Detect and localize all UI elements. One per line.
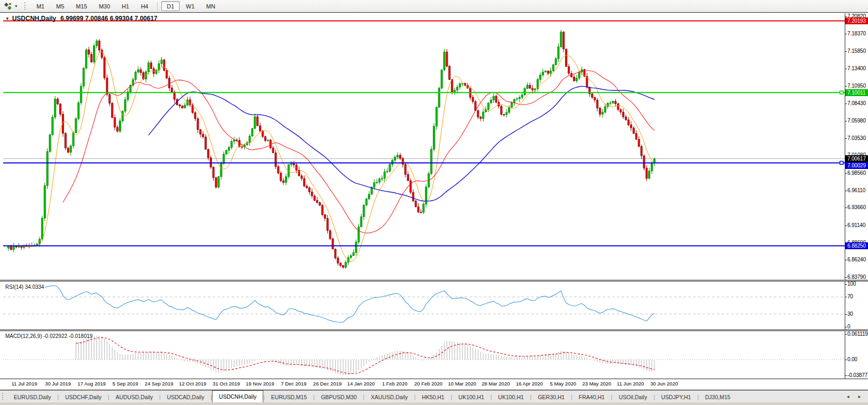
- ma-slow-line: [149, 86, 654, 201]
- axis-tick-mark: [845, 375, 847, 376]
- axis-tick-mark: [845, 103, 847, 104]
- axis-tick-mark: [845, 191, 847, 191]
- tab-usdcad-daily[interactable]: USDCAD,Daily: [161, 391, 211, 402]
- chart-window: ▼USDCNH,Daily6.99699 7.00846 6.99304 7.0…: [0, 13, 868, 390]
- time-axis-border: [0, 379, 868, 379]
- date-axis-label: 20 Feb 2020: [414, 381, 442, 387]
- axis-tick-mark: [845, 208, 847, 208]
- date-axis-label: 7 Dec 2019: [281, 381, 307, 387]
- level-handle-7.10011[interactable]: [840, 91, 843, 94]
- axis-tick-mark: [845, 360, 847, 360]
- axis-tick-mark: [845, 277, 847, 278]
- chevron-down-icon[interactable]: ▼: [13, 4, 21, 8]
- macd-label: MACD(12,26,9) -0.022922 -0.018019: [5, 333, 93, 339]
- panel-splitter[interactable]: [0, 280, 868, 281]
- toolbar-separator: [157, 2, 158, 11]
- date-axis-label: 24 Sep 2019: [145, 381, 173, 387]
- tabbar-drag-handle[interactable]: [2, 393, 4, 400]
- rsi-indicator-panel[interactable]: [3, 281, 845, 329]
- date-axis-label: 30 Jul 2019: [45, 381, 71, 387]
- tab-usdjpy-h1[interactable]: USDJPY,H1: [655, 391, 697, 402]
- price-axis-tick: 7.18370: [847, 31, 868, 37]
- date-axis-label: 14 Jan 2020: [347, 381, 375, 387]
- price-badge-7.00029: 7.00029: [845, 162, 868, 169]
- axis-tick-mark: [845, 284, 847, 285]
- date-axis-label: 11 Jul 2019: [12, 381, 37, 387]
- date-axis-label: 16 Apr 2020: [516, 381, 543, 387]
- date-axis-label: 26 Dec 2019: [313, 381, 341, 387]
- timeframe-button-w1[interactable]: W1: [181, 1, 200, 11]
- timeframe-button-mn[interactable]: MN: [201, 1, 220, 11]
- axis-tick-mark: [845, 86, 847, 87]
- panel-splitter[interactable]: [0, 329, 868, 331]
- price-badge-7.10011: 7.10011: [845, 89, 868, 96]
- chart-menu-arrow-icon[interactable]: ▼: [5, 16, 10, 21]
- timeframe-button-h4[interactable]: H4: [135, 1, 153, 11]
- chart-objects-icon-glyph: [4, 2, 12, 11]
- timeframe-button-h1[interactable]: H1: [116, 1, 134, 11]
- price-axis-tick: 7.13400: [847, 65, 868, 72]
- tab-audusd-daily[interactable]: AUDUSD,Daily: [109, 391, 160, 402]
- axis-tick-mark: [845, 69, 847, 69]
- price-axis-border: [845, 13, 845, 379]
- axis-tick-mark: [845, 51, 847, 52]
- tab-scroll-left-icon[interactable]: ◄: [846, 394, 850, 399]
- tab-xauusd-daily[interactable]: XAUUSD,Daily: [364, 391, 414, 402]
- tab-scroll-right-icon[interactable]: ►: [857, 394, 862, 399]
- date-axis-label: 12 Oct 2019: [179, 381, 207, 387]
- trading-terminal: ▼ M1M5M15M30H1H4D1W1MN ▼USDCNH,Daily6.99…: [0, 0, 868, 405]
- axis-tick-mark: [845, 16, 847, 17]
- price-axis-tick: 7.03530: [847, 135, 868, 142]
- axis-tick-mark: [845, 334, 847, 335]
- rsi-line: [45, 286, 654, 323]
- chart-objects-icon[interactable]: [3, 2, 13, 11]
- price-badge-7.00617: 7.00617: [845, 155, 868, 162]
- price-axis-tick: 7.15850: [847, 48, 868, 54]
- price-axis-tick: 6.96110: [847, 187, 868, 194]
- macd-indicator-panel[interactable]: [3, 331, 845, 379]
- tab-usoil-daily[interactable]: USOil,Daily: [612, 391, 653, 402]
- tab-eurusd-daily[interactable]: EURUSD,Daily: [7, 391, 58, 402]
- macd-axis-tick: -0.038777: [847, 372, 868, 379]
- timeframe-button-m30[interactable]: M30: [94, 1, 115, 11]
- tab-ger30-h1[interactable]: GER30,H1: [531, 391, 571, 402]
- rsi-axis-tick: 100: [847, 281, 868, 287]
- date-axis-label: 1 Feb 2020: [382, 381, 408, 387]
- tab-usdcnh-daily[interactable]: USDCNH,Daily: [212, 390, 263, 402]
- tab-usdchf-daily[interactable]: USDCHF,Daily: [59, 391, 108, 402]
- tab-eurusd-m15[interactable]: EURUSD,M15: [265, 391, 313, 402]
- tab-fra40-h1[interactable]: FRA40,H1: [572, 391, 611, 402]
- axis-tick-mark: [845, 225, 847, 226]
- timeframe-buttons: M1M5M15M30H1H4D1W1MN: [31, 1, 221, 11]
- macd-signal-line: [76, 337, 654, 373]
- ma-mid-line: [63, 71, 654, 233]
- timeframe-button-m5[interactable]: M5: [51, 1, 69, 11]
- price-badge-7.20193: 7.20193: [845, 17, 868, 24]
- chart-symbol-timeframe: USDCNH,Daily: [12, 15, 56, 22]
- axis-tick-mark: [845, 314, 847, 315]
- macd-histogram: [76, 335, 654, 375]
- date-axis-label: 11 Jun 2020: [617, 381, 644, 387]
- tab-dj30-m15[interactable]: DJ30,M15: [699, 391, 737, 402]
- toolbar-drag-handle[interactable]: [24, 2, 26, 10]
- timeframe-button-m15[interactable]: M15: [71, 1, 93, 11]
- price-axis-tick: 7.08430: [847, 100, 868, 107]
- tab-uk100-h1[interactable]: UK100,H1: [492, 391, 530, 402]
- level-handle-7.00029[interactable]: [840, 161, 843, 164]
- chart-tabs: EURUSD,Daily|USDCHF,Daily|AUDUSD,Daily|U…: [7, 391, 737, 402]
- main-price-chart[interactable]: [3, 13, 845, 280]
- tab-gbpusd-m30[interactable]: GBPUSD,M30: [315, 391, 363, 402]
- timeframe-toolbar: ▼ M1M5M15M30H1H4D1W1MN: [0, 0, 868, 13]
- timeframe-button-d1[interactable]: D1: [161, 1, 179, 11]
- rsi-axis-tick: 70: [847, 294, 868, 300]
- macd-axis-tick: 0.00: [847, 356, 868, 363]
- axis-tick-mark: [845, 121, 847, 121]
- timeframe-button-m1[interactable]: M1: [31, 1, 50, 11]
- axis-tick-mark: [845, 327, 847, 327]
- date-axis-label: 17 Aug 2019: [78, 381, 106, 387]
- tab-uk100-h1[interactable]: UK100,H1: [452, 391, 490, 402]
- tab-hk50-h1[interactable]: HK50,H1: [415, 391, 451, 402]
- price-axis-tick: 6.86240: [847, 257, 868, 263]
- rsi-axis-tick: 30: [847, 311, 868, 317]
- date-axis-label: 31 Oct 2019: [213, 381, 240, 387]
